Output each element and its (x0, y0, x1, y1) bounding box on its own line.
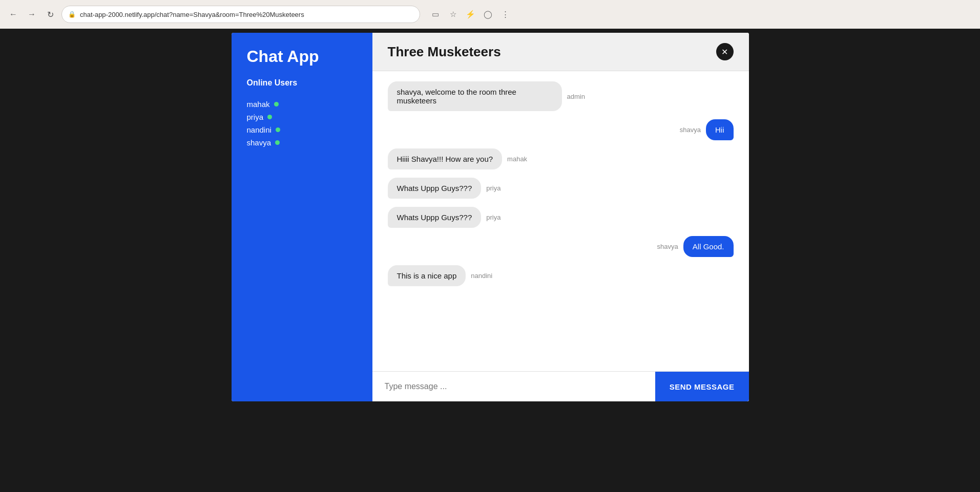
message-sender: admin (567, 93, 585, 100)
message-row: shavya Hii (388, 119, 734, 140)
address-bar[interactable]: 🔒 chat-app-2000.netlify.app/chat?name=Sh… (61, 6, 420, 23)
message-bubble: All Good. (683, 236, 734, 257)
message-row: shavya, welcome to the room three musket… (388, 81, 734, 111)
message-bubble: This is a nice app (388, 265, 466, 286)
message-row: Whats Uppp Guys??? priya (388, 207, 734, 228)
message-row: Hiiii Shavya!!! How are you? mahak (388, 148, 734, 169)
app-title: Chat App (232, 33, 372, 78)
message-bubble: Whats Uppp Guys??? (388, 178, 482, 199)
message-bubble: Hii (706, 119, 734, 140)
sidebar-user: priya (247, 111, 357, 123)
message-sender: shavya (680, 126, 701, 134)
user-name: priya (247, 113, 264, 121)
sidebar-user: mahak (247, 98, 357, 111)
message-row: This is a nice app nandini (388, 265, 734, 286)
message-bubble: Hiiii Shavya!!! How are you? (388, 148, 503, 169)
menu-button[interactable]: ⋮ (498, 7, 512, 22)
user-name: nandini (247, 125, 272, 134)
message-bubble: Whats Uppp Guys??? (388, 207, 482, 228)
secure-icon: 🔒 (68, 11, 76, 18)
sidebar-user: shavya (247, 136, 357, 149)
forward-button[interactable]: → (25, 7, 39, 22)
profile-button[interactable]: ◯ (481, 7, 495, 22)
message-sender: nandini (471, 272, 492, 280)
app-container: Chat App Online Users mahak priya nandin… (232, 33, 749, 401)
bookmark-button[interactable]: ☆ (446, 7, 460, 22)
sidebar: Chat App Online Users mahak priya nandin… (232, 33, 372, 401)
reload-button[interactable]: ↻ (43, 7, 57, 22)
url-text: chat-app-2000.netlify.app/chat?name=Shav… (80, 11, 304, 18)
close-button[interactable]: ✕ (716, 43, 734, 60)
message-row: Whats Uppp Guys??? priya (388, 178, 734, 199)
online-dot (276, 127, 280, 132)
message-sender: mahak (507, 155, 527, 163)
message-sender: priya (486, 213, 501, 221)
online-dot (275, 140, 280, 145)
input-area: SEND MESSAGE (372, 371, 749, 401)
message-row: shavya All Good. (388, 236, 734, 257)
sidebar-user: nandini (247, 123, 357, 136)
browser-actions: ▭ ☆ ⚡ ◯ ⋮ (428, 7, 512, 22)
online-dot (274, 102, 279, 106)
chat-header: Three Musketeers ✕ (372, 33, 749, 71)
message-bubble: shavya, welcome to the room three musket… (388, 81, 562, 111)
message-sender: shavya (657, 243, 678, 250)
online-users-label: Online Users (232, 78, 372, 96)
online-dot (267, 115, 272, 119)
send-button[interactable]: SEND MESSAGE (655, 372, 749, 401)
users-list: mahak priya nandini shavya (232, 96, 372, 151)
message-input[interactable] (372, 372, 655, 401)
extensions-button[interactable]: ⚡ (463, 7, 477, 22)
user-name: mahak (247, 100, 270, 109)
room-name: Three Musketeers (388, 44, 501, 60)
messages-container: shavya, welcome to the room three musket… (372, 71, 749, 371)
browser-chrome: ← → ↻ 🔒 chat-app-2000.netlify.app/chat?n… (0, 0, 980, 29)
user-name: shavya (247, 138, 272, 147)
message-sender: priya (486, 184, 501, 192)
cast-button[interactable]: ▭ (428, 7, 443, 22)
back-button[interactable]: ← (6, 7, 20, 22)
chat-area: Three Musketeers ✕ shavya, welcome to th… (372, 33, 749, 401)
